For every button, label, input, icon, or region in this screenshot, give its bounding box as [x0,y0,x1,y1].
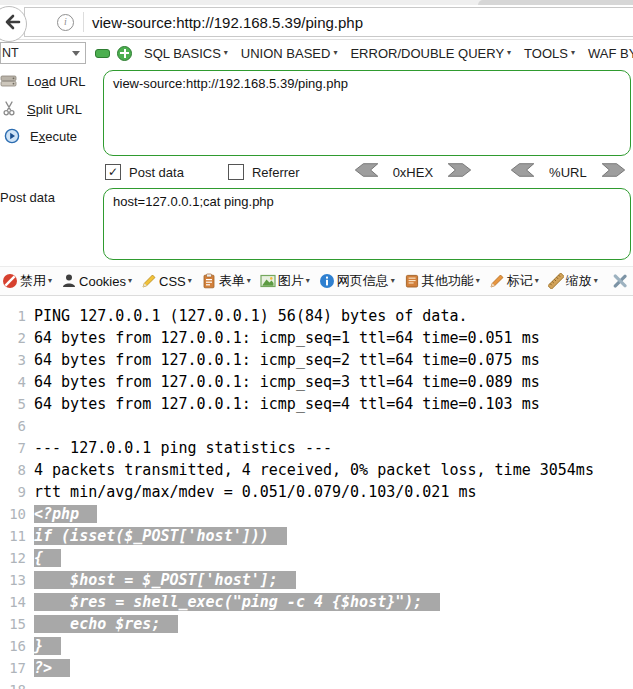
source-line: 13 $host = $_POST['host']; [0,569,633,591]
clipboard-icon [201,273,217,289]
line-number: 4 [0,371,26,393]
source-text: 64 bytes from 127.0.0.1: icmp_seq=1 ttl=… [34,329,540,347]
webdev-item-label: Cookies [79,274,126,289]
caret-down-icon: ▾ [535,277,539,285]
caret-down-icon: ▾ [306,277,310,285]
back-arrow-icon [2,12,22,36]
decode-arrow-icon[interactable] [352,161,382,183]
php-source-text: echo $res; [34,615,178,633]
address-bar: i view-source:http://192.168.5.39/ping.p… [0,5,633,40]
decode-arrow-icon[interactable] [508,161,538,183]
hackbar-menus: SQL BASICS▾UNION BASED▾ERROR/DOUBLE QUER… [144,46,633,61]
book-icon [404,273,420,289]
php-source-text: $host = $_POST['host']; [34,571,296,589]
source-line: 464 bytes from 127.0.0.1: icmp_seq=3 ttl… [0,371,633,393]
php-source-text: } [34,637,61,655]
drive-icon [0,73,18,89]
webdev-item-label: 缩放 [566,272,592,290]
hackbar-panel: Load URL Split URL Execute view-sourc [0,66,633,266]
webdev-item-label: 标记 [507,272,533,290]
webdev-item-book[interactable]: 其他功能▾ [404,272,480,290]
caret-down-icon: ▾ [48,277,52,285]
encode-arrow-icon[interactable] [598,161,628,183]
hackbar-menu-tools[interactable]: TOOLS▾ [524,46,575,61]
menu-label: ERROR/DOUBLE QUERY [350,46,504,61]
post-data-textarea[interactable]: host=127.0.0.1;cat ping.php [103,188,631,260]
postdata-options-row: ✓Post dataReferrer0xHEX%URLBASE64 [105,159,633,185]
webdev-item-pencil-orange[interactable]: 标记▾ [489,272,539,290]
caret-down-icon: ▾ [224,49,228,57]
source-text: 64 bytes from 127.0.0.1: icmp_seq=4 ttl=… [34,395,540,413]
webdev-item-label: 图片 [278,272,304,290]
webdev-item-label: 表单 [219,272,245,290]
php-source-text: { [34,549,61,567]
webdev-item-prohibit[interactable]: 禁用▾ [2,272,52,290]
source-line: 364 bytes from 127.0.0.1: icmp_seq=2 ttl… [0,349,633,371]
source-line: 7--- 127.0.0.1 ping statistics --- [0,437,633,459]
url-divider [83,12,84,32]
caret-down-icon: ▾ [476,277,480,285]
php-source-text: $res = shell_exec("ping -c 4 {$host}"); [34,593,440,611]
source-text: PING 127.0.0.1 (127.0.0.1) 56(84) bytes … [34,307,467,325]
line-number: 13 [0,569,26,591]
page-info-icon[interactable]: i [57,14,74,31]
caret-down-icon: ▾ [507,49,511,57]
caret-down-icon: ▾ [571,49,575,57]
webdev-item-image[interactable]: 图片▾ [260,272,310,290]
webdev-item-ruler[interactable]: 缩放▾ [548,272,598,290]
webdev-item-pencil-yellow[interactable]: CSS▾ [141,273,192,289]
add-preset-button[interactable] [117,46,132,61]
source-line: 9rtt min/avg/max/mdev = 0.051/0.079/0.10… [0,481,633,503]
line-number: 8 [0,459,26,481]
webdev-item-clipboard[interactable]: 表单▾ [201,272,251,290]
ruler-icon [548,273,564,289]
line-number: 7 [0,437,26,459]
source-text: --- 127.0.0.1 ping statistics --- [34,439,332,457]
referrer-checkbox[interactable] [228,164,244,180]
hackbar-menu-union-based[interactable]: UNION BASED▾ [241,46,338,61]
url-field[interactable]: i view-source:http://192.168.5.39/ping.p… [24,7,633,37]
source-line: 12{ [0,547,633,569]
source-line: 14 $res = shell_exec("ping -c 4 {$host}"… [0,591,633,613]
line-number: 2 [0,327,26,349]
line-number: 12 [0,547,26,569]
load-url-button[interactable]: Load URL [5,73,86,89]
view-source-content: 1PING 127.0.0.1 (127.0.0.1) 56(84) bytes… [0,297,633,689]
source-text: 64 bytes from 127.0.0.1: icmp_seq=2 ttl=… [34,351,540,369]
encode-arrow-icon[interactable] [444,161,474,183]
webdev-item-info-blue[interactable]: 网页信息▾ [319,272,395,290]
line-number: 15 [0,613,26,635]
remove-preset-button[interactable] [95,49,110,58]
encoder-label: %URL [549,165,587,180]
post-data-checkbox[interactable]: ✓ [105,164,121,180]
back-button[interactable] [0,6,27,42]
source-line: 1PING 127.0.0.1 (127.0.0.1) 56(84) bytes… [0,305,633,327]
menu-label: UNION BASED [241,46,331,61]
caret-down-icon: ▾ [594,277,598,285]
encoder-label: 0xHEX [393,165,433,180]
crossed-tools-icon[interactable] [611,272,629,290]
caret-down-icon: ▾ [247,277,251,285]
address-url[interactable]: view-source:http://192.168.5.39/ping.php [92,14,363,31]
preset-select[interactable]: NT [0,42,86,64]
scissors-icon [0,101,18,117]
hackbar-menu-waf-bypass[interactable]: WAF BYPASS▾ [588,46,633,61]
person-icon [61,273,77,289]
pencil-orange-icon [489,273,505,289]
prohibit-icon [2,273,18,289]
execute-button[interactable]: Execute [8,128,77,144]
checkbox-label: Post data [129,165,184,180]
line-number: 18 [0,679,26,689]
source-text: rtt min/avg/max/mdev = 0.051/0.079/0.103… [34,483,477,501]
url-textarea[interactable]: view-source:http://192.168.5.39/ping.php [103,70,631,156]
hackbar-menu-error-double-query[interactable]: ERROR/DOUBLE QUERY▾ [350,46,511,61]
hackbar-menu-sql-basics[interactable]: SQL BASICS▾ [144,46,228,61]
pencil-yellow-icon [141,273,157,289]
line-number: 10 [0,503,26,525]
source-line: 6 [0,415,633,437]
menu-label: WAF BYPASS [588,46,633,61]
webdev-item-person[interactable]: Cookies▾ [61,273,132,289]
split-url-button[interactable]: Split URL [5,101,82,117]
webdev-item-label: 禁用 [20,272,46,290]
source-line: 264 bytes from 127.0.0.1: icmp_seq=1 ttl… [0,327,633,349]
